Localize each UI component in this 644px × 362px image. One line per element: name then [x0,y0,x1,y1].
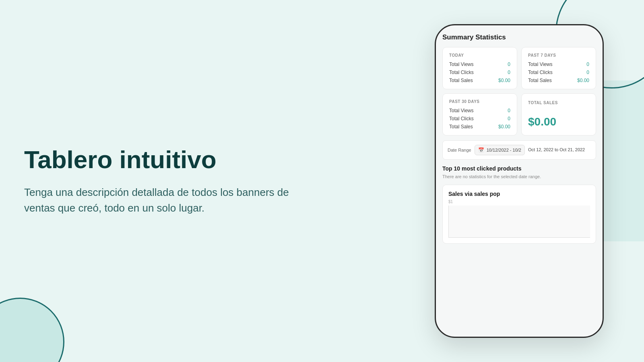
chart-title: Sales via sales pop [448,191,590,197]
past7-sales-name: Total Sales [528,78,552,83]
calendar-icon: 📅 [478,147,484,153]
past7-views-row: Total Views 0 [528,62,589,67]
past30-views-row: Total Views 0 [449,108,510,113]
past30-card: PAST 30 DAYS Total Views 0 Total Clicks … [442,93,517,136]
date-range-label: Date Range [448,148,471,152]
main-heading: Tablero intuitivo [24,146,290,173]
today-clicks-val: 0 [508,70,510,75]
today-views-val: 0 [508,62,510,67]
today-clicks-row: Total Clicks 0 [449,70,510,75]
past30-clicks-val: 0 [508,116,510,121]
past30-sales-val: $0.00 [498,124,510,130]
chart-section: Sales via sales pop $1 [442,185,596,244]
past7-views-val: 0 [586,62,589,67]
past7-sales-val: $0.00 [577,78,589,83]
date-range-row[interactable]: Date Range 📅 10/12/2022 - 10/2 Oct 12, 2… [442,140,596,160]
past7-label: PAST 7 DAYS [528,53,589,58]
chart-bar-area [448,206,590,238]
total-sales-label: TOTAL SALES [528,101,558,105]
past30-clicks-name: Total Clicks [449,116,474,121]
past7-sales-row: Total Sales $0.00 [528,78,589,83]
today-views-name: Total Views [449,62,473,67]
past7-clicks-name: Total Clicks [528,70,553,75]
past30-label: PAST 30 DAYS [449,99,510,104]
past30-sales-row: Total Sales $0.00 [449,124,510,130]
past30-sales-name: Total Sales [449,124,473,130]
date-input-box[interactable]: 📅 10/12/2022 - 10/2 [475,145,525,155]
stats-grid: TODAY Total Views 0 Total Clicks 0 Total… [442,47,596,136]
no-stats-text: There are no statistics for the selected… [442,174,596,179]
today-views-row: Total Views 0 [449,62,510,67]
summary-title: Summary Statistics [442,33,596,41]
chart-y-label: $1 [448,200,590,204]
today-sales-name: Total Sales [449,78,473,83]
sub-text: Tenga una descripción detallada de todos… [24,185,290,216]
past30-views-val: 0 [508,108,510,113]
today-label: TODAY [449,53,510,58]
past30-views-name: Total Views [449,108,473,113]
total-sales-value: $0.00 [528,115,556,128]
today-sales-val: $0.00 [498,78,510,83]
today-sales-row: Total Sales $0.00 [449,78,510,83]
left-content-section: Tablero intuitivo Tenga una descripción … [24,146,290,216]
total-sales-card: TOTAL SALES $0.00 [521,93,596,136]
date-display-text: Oct 12, 2022 to Oct 21, 2022 [528,147,585,153]
phone-mockup: Summary Statistics TODAY Total Views 0 T… [435,24,604,338]
today-clicks-name: Total Clicks [449,70,474,75]
top-clicked-title: Top 10 most clicked products [442,165,596,172]
today-card: TODAY Total Views 0 Total Clicks 0 Total… [442,47,517,89]
phone-screen[interactable]: Summary Statistics TODAY Total Views 0 T… [436,25,603,337]
date-input-text: 10/12/2022 - 10/2 [487,148,521,152]
past30-clicks-row: Total Clicks 0 [449,116,510,121]
decorative-circle-bottom-left [0,298,64,362]
phone-frame: Summary Statistics TODAY Total Views 0 T… [435,24,604,338]
past7-views-name: Total Views [528,62,552,67]
past7-clicks-val: 0 [586,70,589,75]
past7-clicks-row: Total Clicks 0 [528,70,589,75]
past7-card: PAST 7 DAYS Total Views 0 Total Clicks 0… [521,47,596,89]
